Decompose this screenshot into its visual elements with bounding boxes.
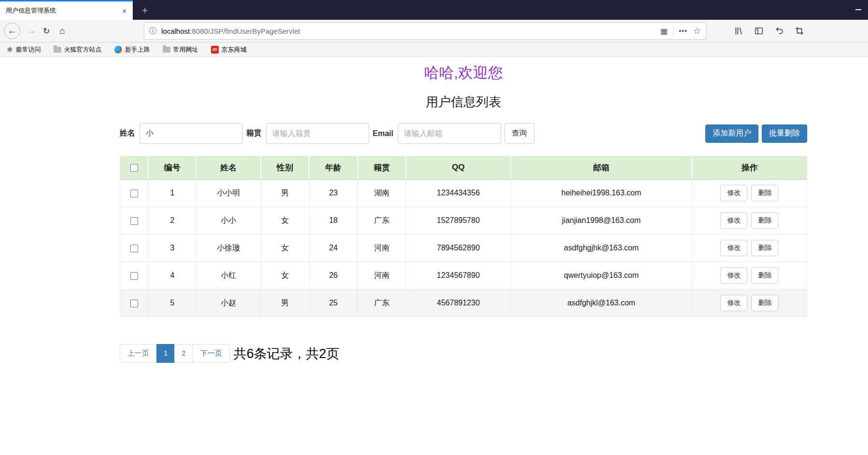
cell-id: 3 [148, 234, 196, 262]
page-button-2[interactable]: 2 [174, 344, 193, 363]
cell-actions: 修改删除 [692, 290, 807, 317]
cell-id: 1 [148, 179, 196, 207]
page-viewport: 哈哈,欢迎您 用户信息列表 姓名 籍贯 Email 查询 添加新用户 批量删除 [0, 63, 868, 363]
header-id: 编号 [148, 156, 196, 179]
cell-gender: 男 [261, 179, 309, 207]
forward-icon: → [27, 26, 36, 36]
row-checkbox[interactable] [130, 190, 138, 197]
cell-name: 小徐璈 [196, 234, 261, 262]
window-minimize-button[interactable] [855, 9, 861, 10]
cell-age: 24 [309, 234, 358, 262]
pagination: 上一页 1 2 下一页 [120, 344, 230, 363]
cell-qq: 1234567890 [406, 262, 511, 290]
table-row: 1小小明男23湖南1234434356heiheihei1998.163.com… [120, 179, 807, 207]
row-select-cell [120, 234, 149, 262]
cell-qq: 4567891230 [406, 290, 511, 317]
tab-close-icon[interactable]: × [121, 7, 128, 15]
row-checkbox[interactable] [130, 300, 138, 307]
select-all-header [120, 156, 149, 179]
edit-button[interactable]: 修改 [720, 212, 747, 229]
cell-origin: 河南 [358, 234, 406, 262]
email-label: Email [373, 129, 393, 138]
page-actions-icon[interactable]: ••• [679, 27, 687, 35]
pagination-area: 上一页 1 2 下一页 共6条记录，共2页 [120, 344, 807, 363]
library-icon[interactable] [734, 27, 743, 35]
cell-email: qwertyuiop@163.com [511, 262, 692, 290]
cell-origin: 广东 [358, 290, 406, 317]
bookmark-jd[interactable]: JD 京东商城 [211, 45, 247, 54]
screenshot-crop-icon[interactable] [795, 27, 804, 35]
cell-id: 2 [148, 207, 196, 234]
cell-qq: 1234434356 [406, 179, 511, 207]
row-checkbox[interactable] [130, 272, 138, 280]
cell-email: heiheihei1998.163.com [511, 179, 692, 207]
row-checkbox[interactable] [130, 245, 138, 252]
firefox-icon [114, 46, 122, 54]
forward-button[interactable]: → [24, 26, 39, 36]
page-title: 用户信息列表 [120, 94, 807, 110]
bookmark-common-sites[interactable]: 常用网址 [163, 45, 198, 54]
search-form: 姓名 籍贯 Email 查询 添加新用户 批量删除 [120, 123, 807, 144]
cell-actions: 修改删除 [692, 179, 807, 207]
cell-actions: 修改删除 [692, 234, 807, 262]
bookmark-most-visited[interactable]: ✱ 最常访问 [7, 45, 41, 54]
cell-email: jianjian1998@163.com [511, 207, 692, 234]
bookmark-label: 京东商城 [222, 45, 247, 54]
row-checkbox[interactable] [130, 217, 138, 225]
name-input[interactable] [140, 123, 243, 144]
page-button-1[interactable]: 1 [156, 344, 175, 363]
edit-button[interactable]: 修改 [720, 295, 747, 311]
bookmark-star-icon[interactable]: ☆ [693, 26, 701, 36]
new-tab-button[interactable]: + [137, 0, 153, 20]
search-button[interactable]: 查询 [504, 123, 534, 144]
delete-button[interactable]: 删除 [751, 185, 778, 201]
url-bar[interactable]: ⓘ localhost :8080/JSP/findUserByPageServ… [144, 22, 706, 40]
cell-name: 小赵 [196, 290, 261, 317]
origin-input[interactable] [266, 123, 369, 144]
cell-gender: 女 [261, 207, 309, 234]
qr-code-icon[interactable]: ▦ [660, 27, 668, 36]
bookmark-firefox-official[interactable]: 火狐官方站点 [54, 45, 102, 54]
cell-email: asdfghgjhk@163.com [511, 234, 692, 262]
select-all-checkbox[interactable] [130, 164, 138, 172]
delete-button[interactable]: 删除 [751, 295, 778, 311]
reload-button[interactable]: ↻ [39, 26, 54, 36]
delete-button[interactable]: 删除 [751, 212, 778, 229]
delete-button[interactable]: 删除 [751, 240, 778, 256]
cell-qq: 7894562890 [406, 234, 511, 262]
sidebar-icon[interactable] [755, 27, 763, 35]
bookmark-getting-started[interactable]: 新手上路 [114, 45, 150, 54]
cell-origin: 湖南 [358, 179, 406, 207]
row-select-cell [120, 262, 149, 290]
origin-label: 籍贯 [246, 128, 262, 138]
welcome-message: 哈哈,欢迎您 [120, 63, 807, 83]
batch-delete-button[interactable]: 批量删除 [762, 124, 807, 143]
prev-page-button[interactable]: 上一页 [120, 344, 157, 363]
browser-tab[interactable]: 用户信息管理系统 × [0, 0, 133, 20]
header-origin: 籍贯 [358, 156, 406, 179]
back-icon: ← [8, 26, 17, 36]
email-input[interactable] [398, 123, 501, 144]
cell-name: 小小 [196, 207, 261, 234]
next-page-button[interactable]: 下一页 [193, 344, 230, 363]
edit-button[interactable]: 修改 [720, 185, 747, 201]
delete-button[interactable]: 删除 [751, 267, 778, 284]
edit-button[interactable]: 修改 [720, 267, 747, 284]
cell-age: 23 [309, 179, 358, 207]
name-label: 姓名 [120, 128, 135, 138]
back-button[interactable]: ← [4, 23, 20, 39]
bookmark-label: 常用网址 [173, 45, 198, 54]
cell-qq: 1527895780 [406, 207, 511, 234]
cell-age: 18 [309, 207, 358, 234]
row-select-cell [120, 290, 149, 317]
users-table: 编号 姓名 性别 年龄 籍贯 QQ 邮箱 操作 1小小明男23湖南1234434… [120, 156, 807, 317]
undo-icon[interactable] [775, 27, 784, 35]
cell-name: 小红 [196, 262, 261, 290]
browser-tab-bar: 用户信息管理系统 × + [0, 0, 868, 20]
add-user-button[interactable]: 添加新用户 [705, 124, 758, 143]
site-info-icon[interactable]: ⓘ [149, 26, 157, 36]
table-row: 2小小女18广东1527895780jianjian1998@163.com修改… [120, 207, 807, 234]
edit-button[interactable]: 修改 [720, 240, 747, 256]
home-button[interactable]: ⌂ [54, 26, 70, 36]
cell-origin: 广东 [358, 207, 406, 234]
